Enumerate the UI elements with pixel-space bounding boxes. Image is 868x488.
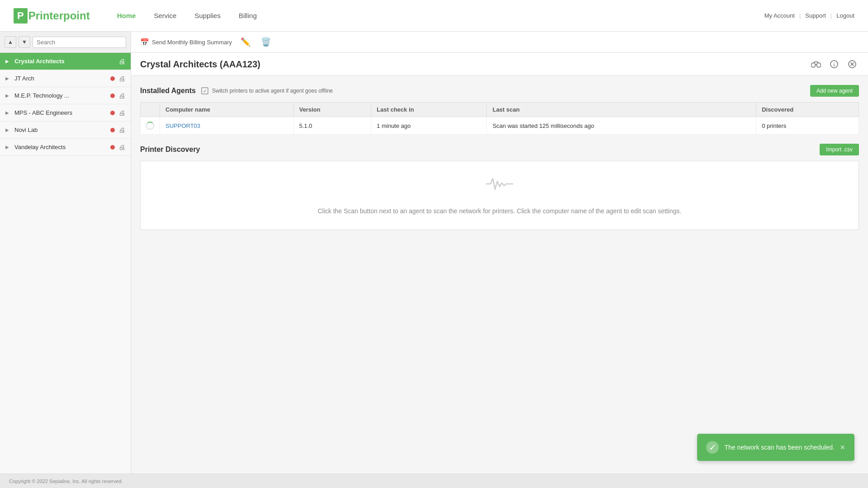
arrow-icon: ▶ bbox=[5, 93, 11, 98]
loading-spinner bbox=[146, 122, 154, 130]
switch-label: Switch printers to active agent if agent… bbox=[212, 88, 333, 94]
search-input[interactable] bbox=[33, 37, 126, 48]
last-check-in-cell: 1 minute ago bbox=[371, 117, 487, 135]
status-dot bbox=[110, 128, 115, 132]
nav-billing[interactable]: Billing bbox=[239, 12, 257, 19]
printer-icon[interactable]: 🖨 bbox=[118, 92, 125, 99]
logo-icon: P bbox=[14, 8, 28, 23]
printer-discovery-section: Printer Discovery Import .csv Click the … bbox=[140, 144, 859, 230]
printer-icon[interactable]: 🖨 bbox=[118, 57, 125, 65]
th-computer-name: Computer name bbox=[160, 103, 294, 117]
arrow-icon: ▶ bbox=[5, 76, 11, 81]
sidebar-item-jt-arch[interactable]: ▶ JT Arch 🖨 bbox=[0, 70, 131, 87]
calendar-icon: 📅 bbox=[140, 38, 149, 47]
svg-point-1 bbox=[817, 63, 821, 67]
table-header-row: Computer name Version Last check in Last… bbox=[141, 103, 859, 117]
table-row: SUPPORT03 5.1.0 1 minute ago Scan was st… bbox=[141, 117, 859, 135]
agent-link[interactable]: SUPPORT03 bbox=[165, 122, 200, 129]
toggle-icon[interactable]: ✓ bbox=[201, 87, 208, 94]
main-content: 📅 Send Monthly Billing Summary ✏️ 🗑️ Cry… bbox=[131, 32, 868, 474]
logo-text: Printerpoint bbox=[28, 9, 90, 22]
close-icon[interactable] bbox=[845, 57, 859, 71]
collapse-up-button[interactable]: ▲ bbox=[5, 36, 16, 48]
import-csv-button[interactable]: Import .csv bbox=[820, 144, 859, 155]
binoculars-icon[interactable] bbox=[809, 57, 823, 71]
th-version: Version bbox=[293, 103, 371, 117]
arrow-icon: ▶ bbox=[5, 145, 11, 150]
installed-agents-title: Installed Agents bbox=[140, 87, 196, 95]
sidebar-item-label: Crystal Architects bbox=[14, 58, 118, 65]
printer-icon[interactable]: 🖨 bbox=[118, 143, 125, 151]
add-new-agent-button[interactable]: Add new agent bbox=[810, 85, 859, 97]
send-billing-button[interactable]: 📅 Send Monthly Billing Summary bbox=[140, 38, 232, 47]
discovery-text: Click the Scan button next to an agent t… bbox=[318, 206, 682, 216]
nav-home[interactable]: Home bbox=[117, 12, 136, 19]
layout: ▲ ▼ ▶ Crystal Architects 🖨 ▶ JT Arch 🖨 ▶… bbox=[0, 32, 868, 474]
collapse-down-button[interactable]: ▼ bbox=[19, 36, 30, 48]
sidebar: ▲ ▼ ▶ Crystal Architects 🖨 ▶ JT Arch 🖨 ▶… bbox=[0, 32, 131, 474]
status-dot bbox=[110, 111, 115, 115]
page-title: Crystal Architects (AAA123) bbox=[140, 59, 260, 70]
th-empty bbox=[141, 103, 160, 117]
sidebar-item-label: Vandelay Architects bbox=[14, 144, 110, 150]
arrow-icon: ▶ bbox=[5, 59, 11, 64]
svg-text:i: i bbox=[833, 62, 835, 67]
status-dot bbox=[110, 94, 115, 98]
toast-check-icon: ✓ bbox=[706, 441, 719, 454]
info-icon[interactable]: i bbox=[827, 57, 841, 71]
separator: | bbox=[799, 12, 801, 19]
printer-discovery-title: Printer Discovery bbox=[140, 145, 200, 154]
sidebar-item-label: M.E.P. Technology ... bbox=[14, 92, 110, 99]
switch-label-container: ✓ Switch printers to active agent if age… bbox=[201, 87, 333, 94]
toast-notification: ✓ The network scan has been scheduled. ✕ bbox=[697, 434, 854, 461]
installed-agents-header: Installed Agents ✓ Switch printers to ac… bbox=[140, 85, 859, 97]
toast-close-button[interactable]: ✕ bbox=[840, 444, 845, 451]
status-dot bbox=[110, 76, 115, 81]
printer-icon[interactable]: 🖨 bbox=[118, 126, 125, 134]
toast-message: The network scan has been scheduled. bbox=[724, 444, 835, 451]
content-area: Installed Agents ✓ Switch printers to ac… bbox=[131, 76, 868, 239]
delete-button[interactable]: 🗑️ bbox=[259, 35, 273, 49]
computer-name-cell: SUPPORT03 bbox=[160, 117, 294, 135]
sidebar-item-mps[interactable]: ▶ MPS - ABC Engineers 🖨 bbox=[0, 104, 131, 122]
sidebar-item-novi-lab[interactable]: ▶ Novi Lab 🖨 bbox=[0, 122, 131, 139]
nav-service[interactable]: Service bbox=[154, 12, 176, 19]
separator2: | bbox=[830, 12, 832, 19]
svg-point-0 bbox=[811, 63, 816, 67]
printer-icon[interactable]: 🖨 bbox=[118, 75, 125, 82]
sidebar-item-label: Novi Lab bbox=[14, 127, 110, 133]
table-body: SUPPORT03 5.1.0 1 minute ago Scan was st… bbox=[141, 117, 859, 135]
table-header: Computer name Version Last check in Last… bbox=[141, 103, 859, 117]
last-scan-cell: Scan was started 125 milliseconds ago bbox=[487, 117, 756, 135]
sidebar-item-mep[interactable]: ▶ M.E.P. Technology ... 🖨 bbox=[0, 87, 131, 104]
logout-link[interactable]: Logout bbox=[836, 12, 854, 19]
spinner-cell bbox=[141, 117, 160, 135]
edit-button[interactable]: ✏️ bbox=[239, 35, 252, 49]
version-cell: 5.1.0 bbox=[293, 117, 371, 135]
my-account-link[interactable]: My Account bbox=[764, 12, 795, 19]
th-last-check-in: Last check in bbox=[371, 103, 487, 117]
sidebar-item-label: MPS - ABC Engineers bbox=[14, 109, 110, 116]
th-discovered: Discovered bbox=[756, 103, 859, 117]
support-link[interactable]: Support bbox=[805, 12, 826, 19]
nav-supplies[interactable]: Supplies bbox=[194, 12, 221, 19]
sidebar-item-vandelay[interactable]: ▶ Vandelay Architects 🖨 bbox=[0, 139, 131, 156]
printer-icon[interactable]: 🖨 bbox=[118, 109, 125, 117]
page-header: Crystal Architects (AAA123) i bbox=[131, 53, 868, 76]
top-bar: 📅 Send Monthly Billing Summary ✏️ 🗑️ bbox=[131, 32, 868, 53]
send-billing-label: Send Monthly Billing Summary bbox=[152, 39, 232, 46]
sidebar-item-crystal-architects[interactable]: ▶ Crystal Architects 🖨 bbox=[0, 53, 131, 70]
sidebar-controls: ▲ ▼ bbox=[0, 32, 131, 53]
arrow-icon: ▶ bbox=[5, 127, 11, 132]
agents-table: Computer name Version Last check in Last… bbox=[140, 102, 859, 135]
status-dot bbox=[110, 145, 115, 150]
main-nav: Home Service Supplies Billing bbox=[117, 12, 764, 19]
footer: Copyright © 2022 Sepialine, Inc. All rig… bbox=[0, 474, 868, 488]
discovered-cell: 0 printers bbox=[756, 117, 859, 135]
pulse-icon bbox=[486, 175, 513, 197]
page-header-icons: i bbox=[809, 57, 859, 71]
footer-copyright: Copyright © 2022 Sepialine, Inc. All rig… bbox=[9, 479, 123, 484]
arrow-icon: ▶ bbox=[5, 110, 11, 115]
header: P Printerpoint Home Service Supplies Bil… bbox=[0, 0, 868, 32]
header-right: My Account | Support | Logout bbox=[764, 12, 854, 19]
